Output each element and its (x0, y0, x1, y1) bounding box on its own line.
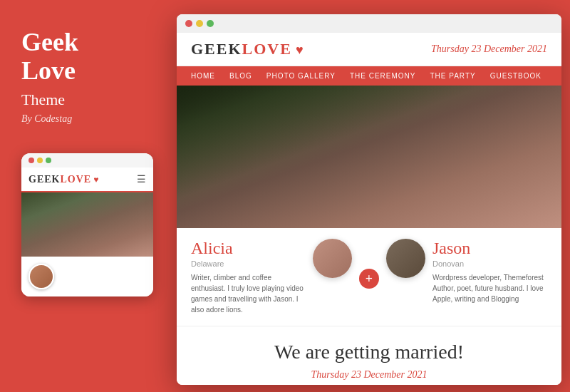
nav-photo-gallery[interactable]: PHOTO GALLERY (266, 72, 336, 80)
browser-dot-green[interactable] (207, 20, 214, 27)
mobile-top-bar (21, 153, 153, 167)
title-love: Love (21, 56, 76, 85)
mobile-logo-geek: GEEK (28, 174, 60, 185)
left-panel: Geek Love Theme By Codestag GEEKLOVE♥ ☰ (0, 0, 175, 392)
mobile-hero-image (21, 192, 153, 257)
mobile-dot-green (46, 158, 51, 163)
main-content: We are getting married! Thursday 23 Dece… (177, 326, 561, 385)
alicia-location: Delaware (191, 259, 306, 268)
browser-dot-red[interactable] (185, 20, 192, 27)
logo-love: LOVE (242, 40, 292, 58)
nav-ceremony[interactable]: THE CEREMONY (350, 72, 416, 80)
alicia-block: Alicia Delaware Writer, climber and coff… (191, 239, 306, 315)
mobile-mockup: GEEKLOVE♥ ☰ (21, 153, 153, 296)
jason-bio: Wordpress developer, Themeforest Author,… (432, 272, 547, 304)
hamburger-icon[interactable]: ☰ (137, 173, 146, 185)
alicia-avatar (313, 239, 352, 278)
couple-section: Alicia Delaware Writer, climber and coff… (177, 228, 561, 326)
jason-name: Jason (432, 239, 547, 258)
alicia-name: Alicia (191, 239, 306, 258)
title-geek: Geek (21, 28, 78, 56)
app-title: Geek Love (21, 29, 78, 85)
mobile-avatar (28, 264, 54, 289)
browser-top-bar (177, 14, 561, 33)
alicia-bio: Writer, climber and coffee enthusiast. I… (191, 272, 306, 315)
nav-home[interactable]: HOME (191, 72, 215, 80)
mobile-logo-love: LOVE (60, 174, 91, 185)
nav-party[interactable]: THE PARTY (430, 72, 475, 80)
mobile-dot-yellow (37, 158, 43, 163)
nav-blog[interactable]: BLOG (229, 72, 252, 80)
logo-heart-icon: ♥ (296, 43, 305, 57)
browser-dot-yellow[interactable] (196, 20, 203, 27)
nav-guestbook[interactable]: GUESTBOOK (490, 72, 542, 80)
site-logo: GEEKLOVE♥ (191, 40, 305, 58)
browser-mockup: GEEKLOVE♥ Thursday 23 December 2021 HOME… (177, 14, 561, 385)
mobile-logo: GEEKLOVE♥ (28, 174, 99, 185)
logo-geek: GEEK (191, 40, 242, 58)
mobile-heart-icon: ♥ (93, 175, 99, 185)
app-by: By Codestag (21, 113, 72, 125)
mobile-header: GEEKLOVE♥ ☰ (21, 167, 153, 191)
mobile-dot-red (28, 158, 34, 163)
site-nav: HOME BLOG PHOTO GALLERY THE CEREMONY THE… (177, 66, 561, 86)
jason-block: Jason Donovan Wordpress developer, Theme… (432, 239, 547, 304)
site-date: Thursday 23 December 2021 (431, 43, 547, 55)
hero-image (177, 86, 561, 228)
main-heading: We are getting married! (191, 341, 547, 363)
jason-avatar (386, 239, 425, 278)
plus-icon: + (359, 269, 379, 289)
mobile-content (21, 257, 153, 296)
site-header: GEEKLOVE♥ Thursday 23 December 2021 (177, 33, 561, 66)
jason-location: Donovan (432, 259, 547, 268)
app-subtitle: Theme (21, 91, 65, 109)
main-heading-date: Thursday 23 December 2021 (191, 369, 547, 381)
hero-content (177, 86, 561, 228)
